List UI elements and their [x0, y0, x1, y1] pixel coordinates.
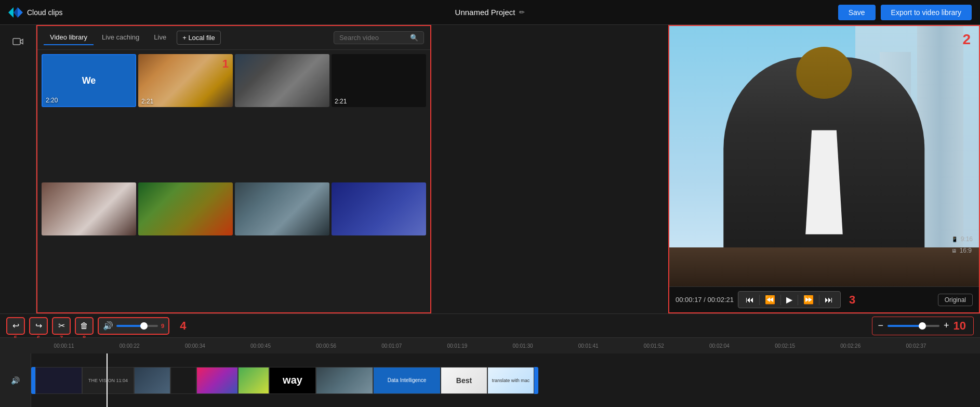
redo-button[interactable]: ↪ 6	[29, 317, 48, 335]
zoom-slider[interactable]	[888, 325, 939, 327]
video-thumb-6[interactable]	[138, 182, 233, 235]
scissors-icon: ✂	[58, 321, 65, 331]
logo-icon	[8, 7, 23, 18]
ctrl-back-button[interactable]: ⏪	[762, 294, 778, 306]
video-thumb-2[interactable]: 2:21 1	[138, 54, 233, 107]
search-input[interactable]	[339, 34, 407, 42]
video-thumb-7[interactable]	[235, 182, 329, 235]
clip-translate-label: translate with mac	[491, 377, 531, 384]
zoom-out-button[interactable]: −	[878, 320, 883, 331]
export-button[interactable]: Export to video library	[881, 5, 972, 20]
clip-handle-left[interactable]	[31, 367, 35, 394]
ruler-mark-4: 00:00:56	[294, 343, 359, 349]
ctrl-divider-2	[780, 295, 781, 305]
ctrl-divider-4	[819, 295, 819, 305]
clip-people[interactable]	[316, 367, 373, 394]
volume-control: 🔊 9	[98, 317, 169, 335]
center-spacer	[431, 25, 668, 313]
media-panel: Video library Live caching Live + Local …	[36, 25, 431, 313]
ruler-mark-6: 00:01:19	[425, 343, 490, 349]
track-left-panel: 🔊	[0, 353, 31, 407]
video-label-6	[138, 182, 233, 235]
ruler-mark-11: 00:02:15	[752, 343, 818, 349]
preview-head	[796, 47, 852, 99]
original-button[interactable]: Original	[938, 294, 973, 306]
controls-number-label: 3	[849, 293, 855, 307]
clip-best-label: Best	[456, 376, 472, 385]
aspect-16-9-label: 16:9	[960, 247, 972, 254]
track-audio-icon: 🔊	[11, 376, 20, 385]
video-thumb-3[interactable]	[235, 54, 329, 107]
time-total: 00:02:21	[707, 296, 734, 304]
ruler-mark-8: 00:01:41	[555, 343, 621, 349]
video-label-5	[42, 182, 136, 235]
project-title: Unnamed Project	[455, 8, 515, 17]
main-area: Video library Live caching Live + Local …	[0, 25, 980, 313]
tab-live[interactable]: Live	[148, 30, 173, 45]
clip-blue-text[interactable]: Data Intelligence	[373, 367, 441, 394]
media-tabs: Video library Live caching Live + Local …	[37, 26, 430, 50]
aspect-9-16-icon: 📱	[951, 237, 958, 242]
clip-colorful[interactable]	[196, 367, 238, 394]
ctrl-divider-3	[798, 295, 798, 305]
video-thumb-5[interactable]	[42, 182, 136, 235]
playhead[interactable]	[107, 353, 108, 407]
aspect-16-9[interactable]: 🖥 16:9	[949, 246, 975, 255]
timeline-toolbar: ↩ 5 ↪ 6 ✂ 7 🗑 8 🔊 9 4 − +	[0, 314, 980, 338]
video-thumb-4[interactable]: 2:21	[332, 54, 426, 107]
save-button[interactable]: Save	[838, 5, 876, 20]
preview-controls: 00:00:17 / 00:02:21 ⏮ ⏪ ▶ ⏩ ⏭ 3 Original	[669, 286, 979, 312]
timeline-wrapper: 00:00:11 00:00:22 00:00:34 00:00:45 00:0…	[0, 338, 980, 407]
svg-marker-0	[8, 7, 14, 18]
delete-icon: 🗑	[80, 321, 88, 331]
scissors-button[interactable]: ✂ 7	[52, 317, 71, 335]
zoom-control: − + 10	[872, 317, 974, 335]
ruler-mark-3: 00:00:45	[228, 343, 293, 349]
zoom-in-button[interactable]: +	[944, 320, 949, 331]
track-clips: THE VISION 11:04 w	[31, 353, 980, 407]
aspect-9-16[interactable]: 📱 9:16	[949, 234, 975, 244]
video-thumb-8[interactable]	[332, 182, 426, 235]
svg-marker-2	[14, 7, 18, 18]
ruler-mark-1: 00:00:22	[97, 343, 162, 349]
clip-best[interactable]: Best	[441, 367, 487, 394]
volume-slider[interactable]	[116, 325, 158, 327]
search-icon: 🔍	[410, 34, 418, 42]
video-label-7	[235, 182, 329, 235]
clip-way-label: way	[283, 374, 302, 386]
clip-handle-right[interactable]	[534, 367, 538, 394]
topbar: Cloud clips Unnamed Project ✏ Save Expor…	[0, 0, 980, 25]
sidebar-video-icon[interactable]	[9, 33, 28, 52]
preview-video: 2 📱 9:16 🖥 16:9	[669, 26, 979, 286]
clip-dark[interactable]	[35, 367, 82, 394]
ctrl-first-button[interactable]: ⏮	[743, 294, 757, 306]
clip-translate[interactable]: translate with mac	[487, 367, 534, 394]
preview-background	[669, 26, 979, 286]
clip-dark-2[interactable]	[170, 367, 196, 394]
ctrl-last-button[interactable]: ⏭	[822, 294, 836, 306]
ctrl-play-button[interactable]: ▶	[783, 294, 796, 306]
topbar-actions: Save Export to video library	[838, 5, 972, 20]
clip-text-1[interactable]: THE VISION 11:04	[82, 367, 134, 394]
app-name: Cloud clips	[27, 8, 62, 17]
clip-person-1[interactable]	[134, 367, 170, 394]
tab-live-caching[interactable]: Live caching	[96, 30, 145, 45]
aspect-16-9-icon: 🖥	[951, 248, 957, 254]
clip-way[interactable]: way	[269, 367, 316, 394]
edit-title-icon[interactable]: ✏	[519, 8, 525, 16]
aspect-9-16-label: 9:16	[961, 235, 973, 243]
ctrl-forward-button[interactable]: ⏩	[800, 294, 817, 306]
svg-rect-3	[13, 38, 20, 45]
preview-panel: 2 📱 9:16 🖥 16:9 00:00:17 / 00:02:21	[668, 25, 980, 313]
zoom-number-label: 10	[953, 319, 966, 333]
clip-map[interactable]	[238, 367, 269, 394]
redo-icon: ↪	[35, 321, 42, 331]
local-file-button[interactable]: + Local file	[177, 31, 221, 45]
undo-button[interactable]: ↩ 5	[6, 317, 25, 335]
delete-button[interactable]: 🗑 8	[75, 317, 94, 335]
video-duration-4: 2:21	[335, 98, 347, 105]
timeline-track-area: 🔊 THE VISION 11:04	[0, 353, 980, 407]
video-number-1: 1	[222, 57, 229, 71]
tab-video-library[interactable]: Video library	[44, 30, 94, 45]
video-thumb-1[interactable]: We 2:20	[42, 54, 136, 107]
